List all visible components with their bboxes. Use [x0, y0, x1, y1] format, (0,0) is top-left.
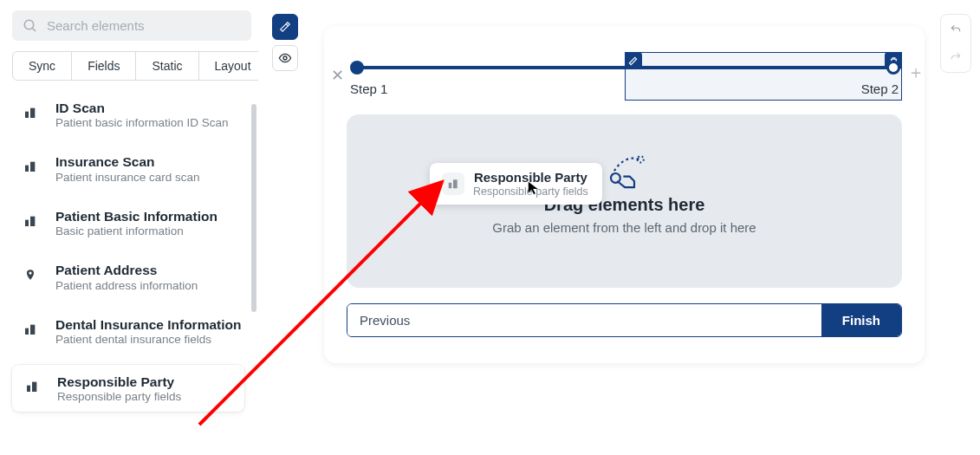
element-dental-insurance[interactable]: Dental Insurance Information Patient den… — [12, 311, 244, 349]
tab-layout[interactable]: Layout — [199, 51, 268, 81]
undo-icon — [950, 23, 962, 36]
eye-icon — [278, 51, 292, 65]
step-progress: Step 1 Step 2 ＋ — [350, 54, 899, 102]
svg-rect-2 — [25, 112, 29, 118]
search-input[interactable] — [45, 17, 241, 34]
element-insurance-scan[interactable]: Insurance Scan Patient insurance card sc… — [12, 148, 244, 186]
pencil-icon — [628, 56, 638, 66]
element-responsible-party[interactable]: Responsible Party Responsible party fiel… — [12, 365, 244, 412]
sidebar: Sync Fields Static Layout ID Scan Patien… — [0, 0, 258, 455]
search-input-wrapper[interactable] — [12, 10, 251, 41]
svg-rect-6 — [25, 219, 29, 225]
swipe-icon — [603, 154, 650, 192]
element-title: Patient Basic Information — [55, 208, 217, 224]
svg-rect-4 — [25, 166, 29, 172]
drop-zone[interactable]: Responsible Party Responsible party fiel… — [347, 114, 902, 288]
step-2-edit-button[interactable] — [625, 52, 642, 69]
element-desc: Patient dental insurance fields — [55, 333, 241, 346]
element-title: ID Scan — [55, 100, 229, 116]
tab-fields[interactable]: Fields — [72, 51, 136, 81]
svg-line-1 — [32, 28, 36, 31]
add-step-button[interactable]: ＋ — [907, 61, 925, 84]
element-desc: Basic patient information — [55, 224, 217, 237]
element-desc: Patient insurance card scan — [55, 171, 200, 184]
edit-mode-button[interactable] — [272, 14, 298, 40]
canvas: ✕ Step 1 Step 2 ＋ — [258, 0, 980, 455]
form-nav: Previous Finish — [347, 303, 902, 337]
svg-rect-14 — [453, 179, 458, 188]
previous-button[interactable]: Previous — [347, 304, 821, 336]
svg-point-0 — [24, 20, 34, 29]
element-desc: Patient address information — [55, 279, 198, 292]
svg-rect-13 — [449, 183, 452, 188]
element-patient-address[interactable]: Patient Address Patient address informat… — [12, 257, 244, 295]
edit-icon — [279, 21, 291, 33]
svg-rect-3 — [30, 108, 35, 118]
step-1-label: Step 1 — [350, 81, 387, 96]
undo-button[interactable] — [944, 18, 967, 41]
svg-rect-9 — [30, 324, 35, 334]
drag-preview-title: Responsible Party — [473, 170, 588, 185]
step-2-dot[interactable] — [886, 61, 900, 75]
tab-static[interactable]: Static — [136, 51, 198, 81]
close-icon[interactable]: ✕ — [331, 66, 344, 85]
svg-rect-8 — [25, 328, 29, 334]
drag-preview-desc: Responsible party fields — [473, 185, 588, 198]
redo-button[interactable] — [944, 46, 967, 68]
element-desc: Responsible party fields — [57, 390, 181, 403]
svg-rect-5 — [30, 162, 35, 172]
building-icon — [17, 316, 43, 342]
dropzone-subtitle: Grab an element from the left and drop i… — [492, 220, 756, 235]
element-list: ID Scan Patient basic information ID Sca… — [12, 94, 251, 412]
element-title: Insurance Scan — [55, 153, 200, 170]
building-icon — [17, 153, 43, 179]
element-title: Patient Address — [55, 262, 198, 278]
svg-point-12 — [283, 56, 287, 60]
step-2-label: Step 2 — [861, 81, 899, 96]
element-desc: Patient basic information ID Scan — [55, 116, 229, 129]
tab-sync[interactable]: Sync — [12, 51, 72, 81]
building-icon — [442, 172, 464, 195]
building-icon — [17, 100, 43, 126]
building-icon — [19, 374, 45, 400]
building-icon — [17, 208, 43, 234]
pin-icon — [17, 262, 43, 288]
element-title: Dental Insurance Information — [55, 316, 241, 333]
svg-rect-10 — [27, 386, 30, 392]
search-icon — [23, 18, 38, 34]
svg-point-16 — [611, 173, 620, 183]
redo-icon — [950, 50, 962, 64]
step-1-dot[interactable] — [350, 61, 364, 75]
drag-preview-card[interactable]: Responsible Party Responsible party fiel… — [430, 163, 602, 205]
mode-switch — [272, 14, 298, 71]
element-patient-basic-info[interactable]: Patient Basic Information Basic patient … — [12, 203, 244, 241]
element-id-scan[interactable]: ID Scan Patient basic information ID Sca… — [12, 94, 244, 133]
history-controls — [940, 14, 971, 73]
finish-button[interactable]: Finish — [821, 304, 901, 336]
sidebar-tabs: Sync Fields Static Layout — [12, 51, 268, 81]
svg-rect-7 — [30, 216, 35, 225]
form-builder-card: ✕ Step 1 Step 2 ＋ — [324, 26, 925, 363]
preview-mode-button[interactable] — [272, 45, 298, 71]
element-title: Responsible Party — [57, 374, 181, 390]
svg-rect-11 — [32, 382, 36, 392]
